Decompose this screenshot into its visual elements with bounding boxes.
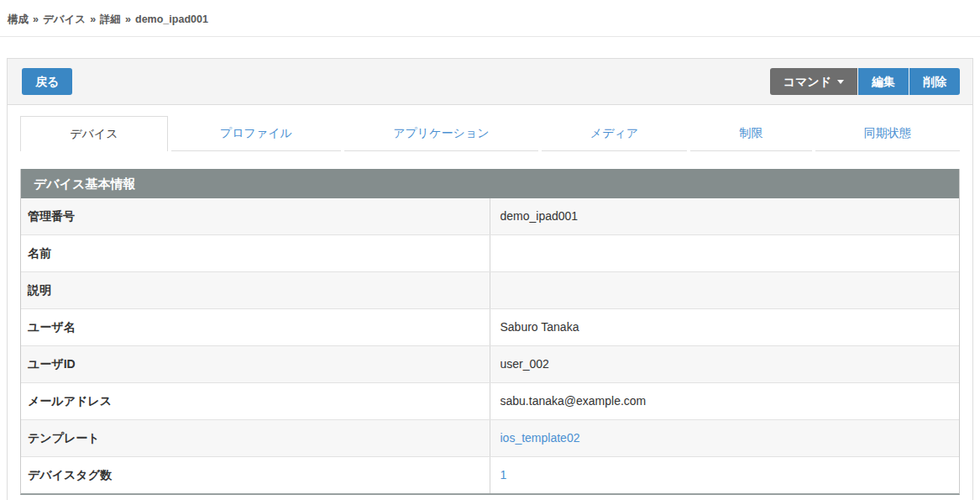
command-dropdown-button[interactable]: コマンド — [770, 68, 857, 95]
toolbar: 戻る コマンド 編集 削除 — [8, 59, 972, 105]
toolbar-right: コマンド 編集 削除 — [770, 68, 960, 95]
breadcrumb-item-1[interactable]: デバイス — [43, 13, 86, 25]
row-label: デバイスタグ数 — [21, 457, 490, 493]
table-row-user-id: ユーザIDuser_002 — [21, 345, 959, 382]
tab-application[interactable]: アプリケーション — [344, 116, 538, 151]
breadcrumb-separator: » — [90, 13, 96, 25]
row-value: Saburo Tanaka — [500, 320, 579, 334]
tab-bar: デバイスプロファイルアプリケーションメディア制限同期状態 — [20, 116, 960, 151]
row-label: メールアドレス — [21, 383, 490, 419]
table-row-management-number: 管理番号demo_ipad001 — [21, 198, 959, 234]
table-row-template: テンプレートios_template02 — [21, 419, 959, 456]
device-detail-panel: 戻る コマンド 編集 削除 デバイスプロファイルアプリケーションメディア制限同期… — [7, 58, 973, 500]
row-label: ユーザ名 — [21, 309, 490, 345]
table-row-name: 名前 — [21, 234, 959, 271]
tab-sync-status[interactable]: 同期状態 — [815, 116, 960, 151]
panel-content: デバイスプロファイルアプリケーションメディア制限同期状態 デバイス基本情報 管理… — [8, 105, 972, 500]
row-value: user_002 — [500, 357, 549, 371]
row-value-cell: user_002 — [490, 346, 960, 382]
device-info-table: デバイス基本情報 管理番号demo_ipad001名前説明ユーザ名Saburo … — [20, 169, 960, 495]
row-label: 管理番号 — [21, 198, 490, 234]
table-row-user-name: ユーザ名Saburo Tanaka — [21, 308, 959, 345]
breadcrumb-separator: » — [33, 13, 39, 25]
breadcrumb-item-0[interactable]: 構成 — [8, 13, 29, 25]
row-value: sabu.tanaka@example.com — [500, 394, 647, 408]
toolbar-left: 戻る — [22, 68, 72, 95]
breadcrumb-separator: » — [125, 13, 131, 25]
row-value-cell — [490, 235, 960, 271]
table-row-description: 説明 — [21, 271, 959, 308]
table-row-email-address: メールアドレスsabu.tanaka@example.com — [21, 382, 959, 419]
command-button-label: コマンド — [783, 68, 831, 95]
table-row-device-tag-count: デバイスタグ数1 — [21, 456, 959, 493]
delete-button[interactable]: 削除 — [909, 68, 960, 95]
breadcrumb-item-2[interactable]: 詳細 — [100, 13, 121, 25]
table-rows: 管理番号demo_ipad001名前説明ユーザ名Saburo Tanakaユーザ… — [21, 198, 959, 493]
row-value-cell: sabu.tanaka@example.com — [490, 383, 960, 419]
row-value: demo_ipad001 — [500, 209, 579, 223]
tab-device[interactable]: デバイス — [20, 116, 168, 151]
row-value-link[interactable]: 1 — [500, 468, 507, 482]
back-button[interactable]: 戻る — [22, 68, 72, 95]
edit-button[interactable]: 編集 — [858, 68, 909, 95]
breadcrumb-divider — [0, 36, 980, 37]
breadcrumb: 構成»デバイス»詳細»demo_ipad001 — [0, 0, 980, 36]
row-value-link[interactable]: ios_template02 — [500, 431, 580, 445]
section-title: デバイス基本情報 — [21, 169, 959, 198]
row-label: 説明 — [21, 272, 490, 308]
row-value-cell — [490, 272, 960, 308]
row-label: 名前 — [21, 235, 490, 271]
caret-down-icon — [837, 80, 844, 84]
tab-profile[interactable]: プロファイル — [171, 116, 341, 151]
row-label: テンプレート — [21, 420, 490, 456]
row-value-cell: demo_ipad001 — [490, 198, 960, 234]
tab-restrictions[interactable]: 制限 — [690, 116, 811, 151]
breadcrumb-item-3: demo_ipad001 — [135, 13, 208, 25]
row-value-cell: Saburo Tanaka — [490, 309, 960, 345]
tab-media[interactable]: メディア — [542, 116, 688, 151]
row-value-cell: 1 — [490, 457, 960, 493]
row-value-cell: ios_template02 — [490, 420, 960, 456]
row-label: ユーザID — [21, 346, 490, 382]
